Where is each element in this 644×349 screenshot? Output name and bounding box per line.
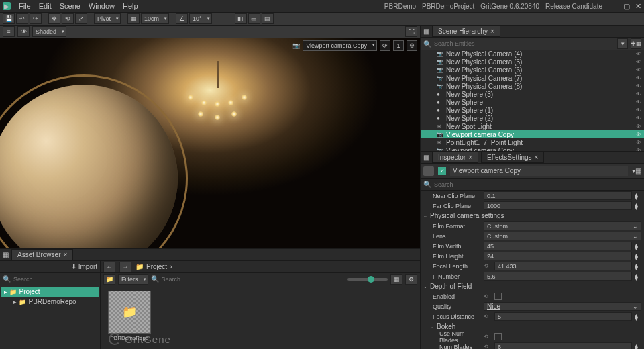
view-mode-button[interactable]: ▦	[390, 274, 402, 285]
active-camera-dropdown[interactable]: Viewport camera Copy	[303, 40, 377, 51]
focal-length-field[interactable]: 41.433	[494, 262, 632, 270]
visibility-icon[interactable]: 👁	[636, 140, 641, 146]
link-icon[interactable]: ⟲	[484, 313, 492, 319]
menu-scene[interactable]: Scene	[60, 2, 80, 10]
asset-settings-button[interactable]: ⚙	[405, 274, 417, 285]
visibility-icon[interactable]: 👁	[636, 67, 641, 73]
hierarchy-item[interactable]: 📷New Physical Camera (7)👁	[421, 74, 644, 82]
hierarchy-item[interactable]: 📷New Physical Camera (6)👁	[421, 66, 644, 74]
link-icon[interactable]: ⟲	[484, 263, 492, 269]
link-icon[interactable]: ⟲	[484, 344, 492, 349]
viewport-settings-icon[interactable]: ⚙	[407, 40, 417, 51]
viewport-camera-icon[interactable]: 👁	[17, 26, 30, 37]
lens-dropdown[interactable]: Custom	[484, 232, 641, 240]
hierarchy-item[interactable]: ●New Sphere (1)👁	[421, 106, 644, 114]
move-tool[interactable]: ✥	[48, 13, 60, 24]
entity-name-field[interactable]: Viewport camera Copy	[450, 166, 628, 176]
visibility-icon[interactable]: 👁	[636, 91, 641, 97]
asset-search[interactable]	[162, 276, 345, 283]
inspector-tab[interactable]: Inspector×	[432, 152, 478, 163]
num-blades-field[interactable]: 6	[494, 342, 632, 349]
hierarchy-item[interactable]: 📷Viewport camera Copy👁	[421, 130, 644, 138]
nav-forward-button[interactable]: →	[119, 262, 131, 272]
close-tab-icon[interactable]: ×	[535, 154, 539, 161]
hierarchy-item[interactable]: 📷New Physical Camera (5)👁	[421, 58, 644, 66]
hierarchy-tab[interactable]: Scene Hierarchy×	[432, 26, 500, 37]
viewport-sync-icon[interactable]: ⟳	[380, 40, 390, 51]
breadcrumb[interactable]: 📁Project›	[136, 263, 172, 270]
hierarchy-item[interactable]: ●New Sphere👁	[421, 98, 644, 106]
viewport-3d[interactable]: 📷 Viewport camera Copy ⟳ 1 ⚙	[0, 38, 420, 248]
entity-enabled-checkbox[interactable]: ✓	[438, 167, 446, 175]
visibility-icon[interactable]: 👁	[636, 132, 641, 138]
dof-enabled-checkbox[interactable]	[494, 293, 502, 300]
visibility-icon[interactable]: 👁	[636, 59, 641, 65]
tool-extra-1[interactable]: ◧	[235, 13, 247, 24]
rotate-tool[interactable]: ⟲	[62, 13, 74, 24]
focus-distance-field[interactable]: 5	[494, 312, 632, 321]
visibility-icon[interactable]: 👁	[636, 107, 641, 113]
scale-tool[interactable]: ⤢	[75, 13, 87, 24]
thumbnail-size-slider[interactable]	[347, 278, 388, 281]
pivot-dropdown[interactable]: Pivot	[94, 13, 121, 24]
menu-window[interactable]: Window	[89, 2, 115, 10]
asset-browser-tab[interactable]: Asset Browser×	[11, 249, 73, 260]
hierarchy-item[interactable]: ●New Sphere (3)👁	[421, 90, 644, 98]
asset-tree-search[interactable]	[13, 276, 97, 283]
hierarchy-item[interactable]: 📷New Physical Camera (4)👁	[421, 50, 644, 58]
redo-button[interactable]: ↷	[30, 13, 42, 24]
hierarchy-item[interactable]: ●New Sphere (2)👁	[421, 114, 644, 122]
far-clip-field[interactable]: 1000	[484, 201, 632, 210]
section-dof[interactable]: ⌄Depth of Field	[421, 281, 644, 291]
hierarchy-item[interactable]: ☀PointLight1_7_Point Light👁	[421, 138, 644, 146]
visibility-icon[interactable]: 👁	[636, 148, 641, 152]
hierarchy-item[interactable]: 📷Viewport camera Copy👁	[421, 146, 644, 151]
visibility-icon[interactable]: 👁	[636, 99, 641, 105]
filters-dropdown[interactable]: Filters	[118, 274, 148, 285]
film-height-field[interactable]: 24	[484, 252, 632, 260]
section-physical-camera[interactable]: ⌄Physical camera settings	[421, 211, 644, 221]
viewport-menu[interactable]: ≡	[3, 26, 15, 37]
visibility-icon[interactable]: 👁	[636, 123, 641, 130]
menu-file[interactable]: File	[19, 2, 31, 10]
tree-item-project[interactable]: ▸ 📁 Project	[1, 287, 99, 297]
add-asset-button[interactable]: 📁	[103, 274, 115, 285]
maximize-button[interactable]: ▢	[623, 2, 630, 11]
entity-menu-icon[interactable]: ▾▦	[632, 167, 641, 174]
menu-help[interactable]: Help	[123, 2, 138, 10]
inspector-search[interactable]	[434, 181, 641, 188]
shading-dropdown[interactable]: Shaded	[32, 26, 66, 37]
visibility-icon[interactable]: 👁	[636, 115, 641, 121]
close-tab-icon[interactable]: ×	[468, 154, 472, 161]
tool-extra-3[interactable]: ▤	[262, 13, 274, 24]
close-tab-icon[interactable]: ×	[490, 28, 494, 35]
use-num-blades-checkbox[interactable]	[494, 333, 502, 340]
hierarchy-search[interactable]	[434, 40, 614, 47]
close-tab-icon[interactable]: ×	[63, 251, 67, 258]
tool-extra-2[interactable]: ▭	[248, 13, 260, 24]
minimize-button[interactable]: —	[610, 2, 618, 11]
nav-back-button[interactable]: ←	[103, 262, 115, 272]
quality-dropdown[interactable]: Nice	[484, 302, 641, 311]
menu-edit[interactable]: Edit	[39, 2, 52, 10]
viewport-maximize[interactable]: ⛶	[405, 26, 417, 37]
close-button[interactable]: ✕	[635, 2, 641, 11]
link-icon[interactable]: ⟲	[484, 293, 492, 299]
near-clip-field[interactable]: 0.1	[484, 191, 632, 200]
visibility-icon[interactable]: 👁	[636, 83, 641, 89]
angle-snap-dropdown[interactable]: 10°	[189, 13, 212, 24]
link-icon[interactable]: ⟲	[484, 334, 492, 340]
hierarchy-item[interactable]: ☀New Spot Light👁	[421, 122, 644, 130]
f-number-field[interactable]: 5.6	[484, 272, 632, 281]
tree-item-repo[interactable]: ▸ 📁 PBRDemoRepo	[1, 297, 99, 307]
app-logo[interactable]: ▶	[3, 2, 11, 10]
visibility-icon[interactable]: 👁	[636, 75, 641, 81]
visibility-icon[interactable]: 👁	[636, 51, 641, 57]
angle-snap-toggle[interactable]: ∠	[176, 13, 188, 24]
film-width-field[interactable]: 45	[484, 242, 632, 250]
undo-button[interactable]: ↶	[16, 13, 28, 24]
effects-settings-tab[interactable]: EffectsSettings×	[481, 152, 544, 163]
grid-size-dropdown[interactable]: 10cm	[141, 13, 169, 24]
import-button[interactable]: ⬇ Import	[71, 263, 97, 270]
hierarchy-item[interactable]: 📷New Physical Camera (8)👁	[421, 82, 644, 90]
